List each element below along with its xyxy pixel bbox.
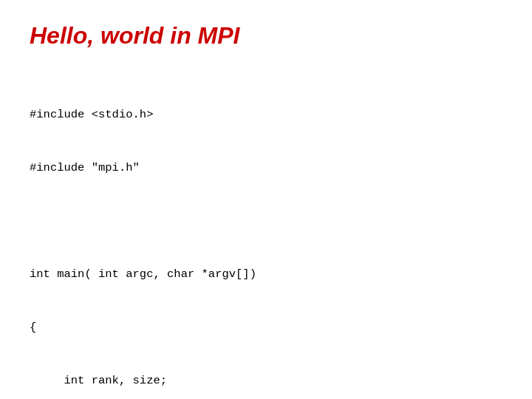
code-line-main-sig: int main( int argc, char *argv[]) — [30, 265, 502, 283]
code-block: #include <stdio.h> #include "mpi.h" int … — [30, 70, 502, 399]
page-title: Hello, world in MPI — [30, 22, 502, 50]
code-line-rank-size: int rank, size; — [30, 372, 502, 389]
page-container: Hello, world in MPI #include <stdio.h> #… — [0, 0, 532, 399]
code-line-include1: #include <stdio.h> — [30, 106, 502, 123]
code-line-open-brace: { — [30, 318, 502, 336]
code-line-include2: #include "mpi.h" — [30, 159, 502, 177]
code-line-empty1 — [30, 212, 502, 230]
